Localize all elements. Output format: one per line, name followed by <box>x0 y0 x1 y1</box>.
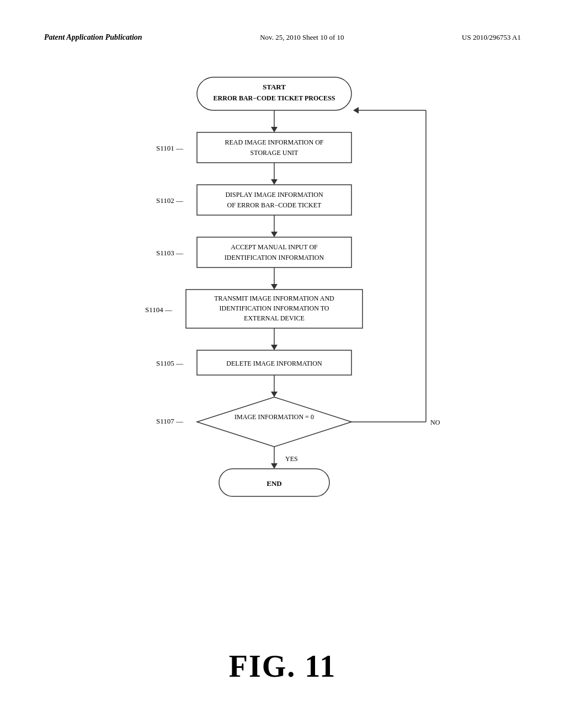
svg-marker-5 <box>271 179 278 185</box>
s1105-label: S1105 — <box>156 359 184 367</box>
svg-marker-20 <box>271 463 278 469</box>
s1105-text: DELETE IMAGE INFORMATION <box>226 360 322 367</box>
header-date-sheet: Nov. 25, 2010 Sheet 10 of 10 <box>260 33 344 42</box>
svg-rect-12 <box>186 290 363 328</box>
end-label: END <box>266 479 281 488</box>
svg-marker-2 <box>271 127 278 132</box>
header-patent-number: US 2010/296753 A1 <box>462 33 521 42</box>
s1103-label: S1103 — <box>156 249 184 257</box>
s1101-text-2: STORAGE UNIT <box>250 149 299 157</box>
svg-rect-9 <box>197 237 351 267</box>
svg-marker-8 <box>271 232 278 237</box>
svg-rect-3 <box>197 132 351 163</box>
s1103-text-2: IDENTIFICATION INFORMATION <box>225 254 324 261</box>
no-label: NO <box>430 419 440 426</box>
svg-rect-6 <box>197 185 351 215</box>
s1102-label: S1102 — <box>156 196 184 205</box>
s1107-text-1: IMAGE INFORMATION = 0 <box>234 413 314 421</box>
s1104-label: S1104 — <box>145 306 173 314</box>
figure-caption: FIG. 11 <box>229 649 336 684</box>
s1104-text-2: IDENTIFICATION INFORMATION TO <box>220 304 329 312</box>
s1107-label: S1107 — <box>156 417 184 425</box>
start-label: START <box>263 83 286 91</box>
s1103-text-1: ACCEPT MANUAL INPUT OF <box>231 243 318 251</box>
svg-rect-15 <box>197 350 351 375</box>
svg-rect-25 <box>219 469 329 496</box>
start-subtitle: ERROR BAR−CODE TICKET PROCESS <box>214 94 335 102</box>
s1101-text-1: READ IMAGE INFORMATION OF <box>225 138 323 146</box>
flowchart-diagram: START ERROR BAR−CODE TICKET PROCESS READ… <box>89 72 476 552</box>
s1102-text-2: OF ERROR BAR−CODE TICKET <box>227 201 322 209</box>
svg-rect-0 <box>197 77 351 110</box>
page-header: Patent Application Publication Nov. 25, … <box>0 33 565 42</box>
s1102-text-1: DISPLAY IMAGE INFORMATION <box>225 191 323 199</box>
header-publication: Patent Application Publication <box>44 33 142 42</box>
yes-label: YES <box>285 455 298 463</box>
s1101-label: S1101 — <box>156 144 184 152</box>
svg-marker-14 <box>271 345 278 350</box>
s1104-text-3: EXTERNAL DEVICE <box>244 314 305 322</box>
svg-marker-18 <box>197 397 351 447</box>
svg-marker-17 <box>271 392 278 397</box>
s1104-text-1: TRANSMIT IMAGE INFORMATION AND <box>214 295 334 302</box>
svg-marker-24 <box>353 107 359 114</box>
svg-marker-11 <box>271 284 278 290</box>
